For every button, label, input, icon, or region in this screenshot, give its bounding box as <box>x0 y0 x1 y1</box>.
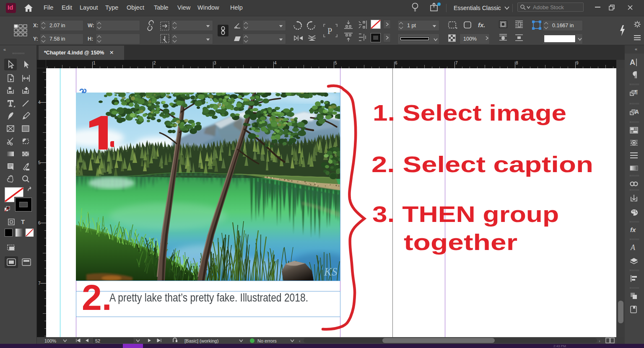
svg-text:¶: ¶ <box>635 89 638 95</box>
svg-text:A: A <box>630 58 635 67</box>
svg-text:P: P <box>327 26 332 36</box>
svg-text:A: A <box>635 108 639 115</box>
svg-text:fx: fx <box>630 226 636 233</box>
svg-text:A: A <box>630 243 636 252</box>
